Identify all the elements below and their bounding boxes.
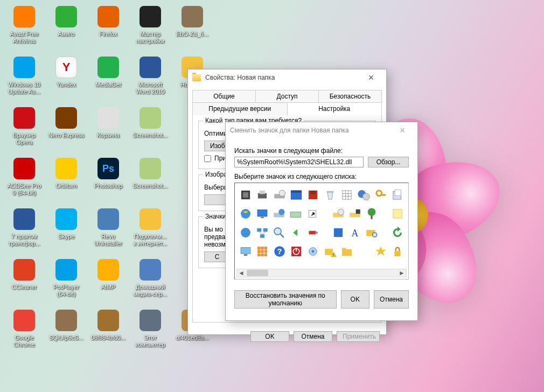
desktop-icon[interactable]: SQlUfp9cS... — [45, 307, 87, 358]
grid-orange-icon[interactable] — [255, 243, 270, 260]
desktop-icon[interactable]: 7 практик трансфор... — [3, 206, 45, 256]
scroll-left-icon[interactable]: ◄ — [237, 269, 246, 277]
desktop-icon[interactable]: Мастер настройки — [129, 3, 171, 54]
desktop-icon[interactable]: Браузер Opera — [3, 104, 45, 155]
sticky-note-icon[interactable] — [390, 205, 405, 222]
help-icon[interactable]: ? — [272, 243, 287, 260]
globe-cd-icon[interactable] — [356, 186, 371, 204]
desktop-icon[interactable]: Nero Express — [45, 104, 87, 155]
window-blue-icon[interactable] — [289, 186, 304, 204]
font-a-icon[interactable]: A — [347, 224, 362, 241]
desktop-icon[interactable]: 08f894bfd0... — [87, 307, 129, 358]
drive-cd-yellow-icon[interactable] — [331, 205, 346, 222]
desktop-icon[interactable]: Avast Free Antivirus — [3, 3, 45, 54]
tab-security[interactable]: Безопасность — [319, 90, 382, 102]
drive-floppy-icon[interactable] — [347, 205, 362, 222]
path-input[interactable] — [234, 157, 364, 167]
usb-red-icon[interactable] — [305, 224, 320, 241]
ok-button[interactable]: OK — [341, 290, 369, 309]
printer-icon[interactable] — [255, 186, 270, 204]
browse-button[interactable]: Обзор... — [368, 157, 409, 167]
monitor-icon[interactable] — [238, 243, 253, 260]
drive-blue-icon[interactable] — [271, 205, 287, 222]
close-icon[interactable]: × — [392, 125, 413, 136]
desktop-icon[interactable]: Подключи... к интернет... — [129, 206, 171, 256]
apply-checkbox[interactable] — [204, 155, 211, 162]
svg-point-36 — [241, 228, 250, 237]
desktop-icon[interactable]: Корзина — [87, 104, 129, 155]
desktop-icon-label: SQlUfp9cS... — [49, 334, 83, 341]
close-icon[interactable]: × — [360, 72, 382, 83]
desktop-icon[interactable]: Windows 10 Update As... — [3, 54, 45, 104]
recycle-bin-icon[interactable] — [322, 186, 337, 204]
empty-slot — [381, 205, 388, 222]
desktop-icon[interactable]: Амиго — [45, 3, 87, 54]
tab-general[interactable]: Общие — [192, 90, 256, 102]
arrow-back-icon[interactable] — [288, 224, 303, 241]
lock-icon[interactable] — [390, 243, 405, 260]
warning-icon[interactable]: ! — [322, 243, 337, 260]
apply-button[interactable]: Применить — [337, 331, 380, 342]
magnifier-icon[interactable] — [271, 224, 287, 241]
drive-cd-icon[interactable] — [272, 186, 287, 204]
square-blue-icon[interactable] — [331, 224, 346, 241]
desktop-icon[interactable]: YYandex — [45, 54, 87, 104]
refresh-green-icon[interactable] — [390, 224, 405, 241]
shortcut-icon[interactable] — [305, 205, 320, 222]
scroll-right-icon[interactable]: ► — [397, 269, 406, 277]
desktop-icon[interactable]: PsPhotoshop — [87, 155, 129, 206]
desktop-icon[interactable]: Screenshot... — [129, 104, 171, 155]
folder-icon[interactable] — [339, 243, 354, 260]
desktop-icon[interactable]: Этот компьютер — [129, 307, 171, 358]
power-icon[interactable] — [289, 243, 304, 260]
svg-rect-32 — [356, 209, 360, 214]
folder-search-icon[interactable] — [364, 224, 379, 241]
tab-sharing[interactable]: Доступ — [256, 90, 319, 102]
desktop-icon[interactable]: Skype — [45, 206, 87, 256]
tab-previous-versions[interactable]: Предыдущие версии — [192, 102, 288, 115]
desktop-icon[interactable]: EbO-Zd_б... — [171, 3, 213, 54]
desktop-icon-label: Microsoft Word 2010 — [136, 81, 165, 95]
gear-icon[interactable] — [305, 243, 320, 260]
scrollbar-thumb[interactable] — [247, 270, 268, 276]
floppy-red-icon[interactable] — [305, 186, 320, 204]
desktop-icon[interactable]: Revo Uninstaller — [87, 206, 129, 256]
desktop-icon[interactable]: Домашний медиа-сер... — [129, 256, 171, 307]
desktop-icon[interactable]: Screenshot... — [129, 155, 171, 206]
globe-green-icon[interactable] — [238, 224, 253, 241]
desktop-icon[interactable]: ACDSee Pro 9 (64-bit) — [3, 155, 45, 206]
desktop-icon[interactable]: Orbitum — [45, 155, 87, 206]
svg-rect-38 — [263, 228, 268, 232]
desktop-icon[interactable]: Firefox — [87, 3, 129, 54]
desktop-icon[interactable]: AIMP — [87, 256, 129, 307]
cancel-button[interactable]: Отмена — [294, 331, 332, 342]
svg-rect-23 — [257, 210, 267, 216]
svg-point-30 — [338, 209, 344, 215]
key-icon[interactable] — [373, 186, 388, 204]
keypad-icon[interactable] — [339, 186, 354, 204]
desktop-icon[interactable]: MediaGet — [87, 54, 129, 104]
svg-rect-67 — [342, 248, 346, 250]
desktop-icon[interactable]: PotPlayer (64-bit) — [45, 256, 87, 307]
desktop-icon[interactable]: Google Chrome — [3, 307, 45, 358]
tree-icon[interactable] — [364, 205, 379, 222]
globe-browser-icon[interactable] — [238, 205, 253, 222]
monitor-blue-icon[interactable] — [255, 205, 270, 222]
svg-text:!: ! — [333, 253, 334, 257]
chip-icon[interactable] — [238, 186, 253, 204]
software-icon[interactable] — [390, 186, 405, 204]
tab-customize[interactable]: Настройка — [288, 102, 382, 115]
star-icon[interactable] — [373, 243, 388, 260]
svg-rect-39 — [260, 234, 264, 238]
ok-button[interactable]: OK — [250, 331, 289, 342]
choose-label: Выберите значок из следующего списка: — [234, 173, 409, 180]
horizontal-scrollbar[interactable]: ◄ ► — [236, 269, 407, 277]
svg-rect-19 — [380, 194, 386, 195]
drive-green-icon[interactable] — [288, 205, 303, 222]
desktop-icon[interactable]: CCleaner — [3, 256, 45, 307]
empty-slot — [381, 224, 388, 241]
cancel-button[interactable]: Отмена — [374, 290, 409, 309]
network-icon[interactable] — [255, 224, 270, 241]
desktop-icon[interactable]: Microsoft Word 2010 — [129, 54, 171, 104]
restore-defaults-button[interactable]: Восстановить значения по умолчанию — [234, 290, 337, 309]
